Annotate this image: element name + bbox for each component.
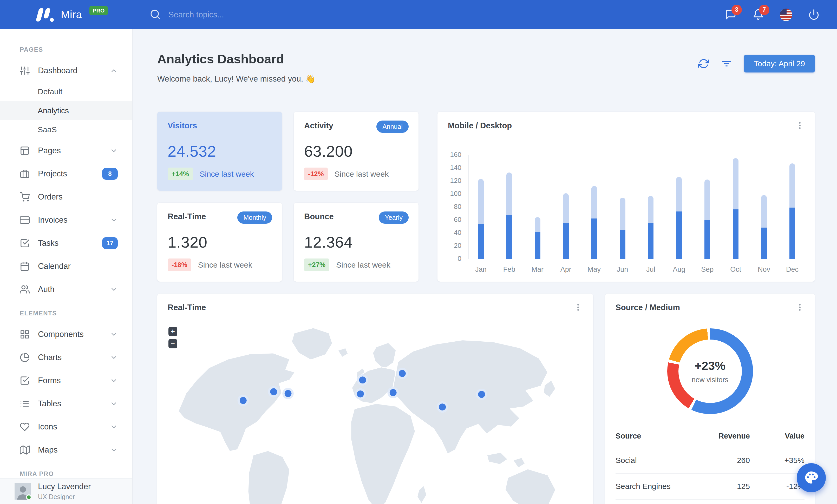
chevron-down-icon	[110, 285, 118, 293]
sign-out-button[interactable]	[808, 9, 820, 21]
mira-logo-icon	[36, 7, 54, 22]
x-axis-label: Jan	[475, 265, 486, 274]
card-menu-button[interactable]	[573, 303, 583, 312]
messages-button[interactable]: 3	[725, 9, 737, 21]
more-vertical-icon	[796, 309, 804, 313]
cell-source: Direct	[616, 499, 695, 504]
table-row-search-engines: Search Engines125-12%	[616, 473, 804, 499]
message-square-icon	[725, 17, 736, 21]
map-marker	[357, 374, 368, 386]
y-axis-tick: 140	[450, 164, 461, 172]
sidebar-item-tables[interactable]: Tables	[0, 392, 132, 415]
sidebar-subitem-default[interactable]: Default	[0, 82, 132, 101]
online-status-dot	[26, 494, 32, 500]
stat-card-visitors: Visitors24.532+14%Since last week	[157, 112, 282, 191]
source-table: Source Revenue Value Social260+35%Search…	[616, 426, 804, 504]
sidebar-item-components[interactable]: Components	[0, 323, 132, 346]
cell-source: Social	[616, 448, 695, 473]
filter-icon	[721, 66, 732, 70]
sidebar-item-icons[interactable]: Icons	[0, 415, 132, 438]
cell-value: -12%	[750, 473, 804, 499]
sliders-icon	[20, 66, 30, 76]
map-zoom-out-button[interactable]: −	[168, 339, 177, 348]
stat-period-badge: Yearly	[379, 211, 409, 224]
sidebar-item-maps[interactable]: Maps	[0, 438, 132, 461]
bar-aug: Aug	[676, 177, 682, 259]
filter-button[interactable]	[721, 58, 732, 69]
card-menu-button[interactable]	[795, 303, 804, 312]
map-marker	[476, 389, 487, 400]
realtime-map-card: Real-Time + −	[157, 294, 593, 504]
navbar-actions: 3 7	[725, 8, 837, 21]
chart-bars: JanFebMarAprMayJunJulAugSepOctNovDec	[469, 155, 804, 259]
sidebar-item-forms[interactable]: Forms	[0, 369, 132, 392]
sidebar-subitem-saas[interactable]: SaaS	[0, 120, 132, 139]
sidebar-subitem-analytics[interactable]: Analytics	[0, 101, 132, 120]
bar-segment-mobile	[478, 179, 484, 224]
search-input[interactable]	[168, 10, 351, 19]
notifications-button[interactable]: 7	[752, 9, 764, 21]
sidebar-item-calendar[interactable]: Calendar	[0, 255, 132, 278]
power-icon	[808, 17, 820, 21]
sidebar-item-charts[interactable]: Charts	[0, 346, 132, 369]
bar-segment-mobile	[761, 195, 767, 228]
card-menu-button[interactable]	[795, 121, 804, 130]
bar-feb: Feb	[506, 172, 512, 259]
sidebar-item-pages[interactable]: Pages	[0, 139, 132, 162]
y-axis-tick: 0	[458, 255, 461, 263]
stat-value: 24.532	[168, 142, 272, 160]
more-vertical-icon	[574, 309, 583, 313]
check-square-icon	[20, 238, 30, 248]
sidebar-user[interactable]: Lucy Lavender UX Designer	[0, 478, 132, 504]
refresh-button[interactable]	[698, 58, 709, 69]
source-card-title: Source / Medium	[616, 303, 680, 312]
map-marker	[397, 368, 408, 379]
x-axis-label: Sep	[701, 265, 714, 274]
x-axis-label: Oct	[730, 265, 741, 274]
bar-oct: Oct	[733, 158, 738, 259]
chevron-up-icon	[110, 67, 118, 75]
world-map[interactable]	[157, 324, 593, 504]
date-range-button[interactable]: Today: April 29	[744, 55, 815, 73]
palette-icon	[804, 470, 819, 486]
sidebar-item-invoices[interactable]: Invoices	[0, 208, 132, 231]
bar-segment-desktop	[733, 209, 738, 259]
bar-segment-desktop	[591, 219, 597, 259]
stat-period-badge: Annual	[376, 120, 409, 133]
bar-segment-mobile	[676, 177, 682, 211]
sidebar-item-dashboard[interactable]: Dashboard	[0, 59, 132, 82]
x-axis-label: Jun	[617, 265, 628, 274]
language-flag-button[interactable]	[780, 8, 792, 21]
heart-icon	[20, 422, 30, 432]
theme-settings-fab[interactable]	[797, 463, 826, 492]
sidebar-item-label: Charts	[38, 353, 102, 362]
search-icon	[150, 9, 161, 21]
layout-icon	[20, 146, 30, 156]
sidebar-item-orders[interactable]: Orders	[0, 185, 132, 208]
sidebar-item-label: Auth	[38, 285, 102, 294]
map-marker	[282, 388, 294, 399]
stat-caption: Since last week	[335, 170, 389, 179]
stat-period-badge: Monthly	[237, 211, 272, 224]
donut-center-value: +23%	[695, 359, 726, 373]
pro-badge: PRO	[89, 6, 108, 15]
sidebar-item-auth[interactable]: Auth	[0, 278, 132, 301]
chevron-down-icon	[110, 331, 118, 338]
stacked-bar-chart: 020406080100120140160 JanFebMarAprMayJun…	[448, 155, 804, 259]
sidebar: PAGESDashboardDefaultAnalyticsSaaSPagesP…	[0, 29, 132, 504]
donut-chart: +23% new visitors	[667, 329, 753, 414]
brand-name: Mira	[61, 8, 82, 21]
sidebar-item-tasks[interactable]: Tasks17	[0, 231, 132, 255]
stat-value: 1.320	[168, 233, 272, 251]
stat-cards: Visitors24.532+14%Since last weekActivit…	[157, 112, 418, 282]
sidebar-item-projects[interactable]: Projects8	[0, 162, 132, 185]
stat-value: 12.364	[304, 233, 408, 251]
main-content: Analytics Dashboard Welcome back, Lucy! …	[132, 29, 837, 504]
sidebar-item-label: Tasks	[38, 239, 94, 248]
bar-segment-mobile	[620, 198, 625, 230]
x-axis-label: Mar	[532, 265, 544, 274]
stat-delta-chip: -18%	[168, 259, 191, 271]
brand[interactable]: Mira PRO	[0, 7, 132, 22]
page-title: Analytics Dashboard	[157, 52, 316, 66]
map-zoom-in-button[interactable]: +	[168, 327, 177, 336]
